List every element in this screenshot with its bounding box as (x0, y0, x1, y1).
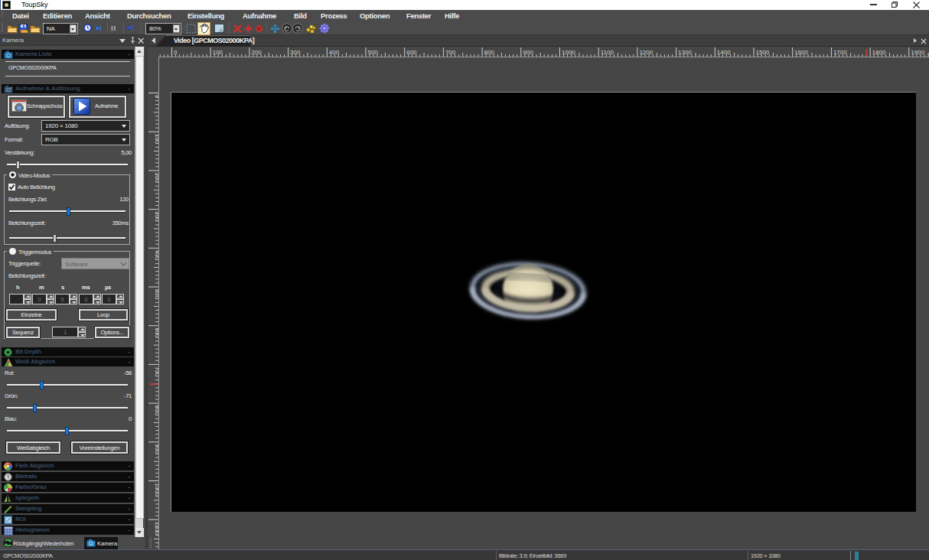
svg-text:200: 200 (251, 49, 262, 56)
svg-text:300: 300 (290, 49, 301, 56)
svg-text:700: 700 (445, 49, 456, 56)
svg-text:100: 100 (213, 49, 223, 56)
svg-text:400: 400 (329, 49, 340, 56)
svg-text:800: 800 (484, 49, 495, 56)
svg-text:500: 500 (368, 49, 379, 56)
svg-text:600: 600 (406, 49, 417, 56)
svg-text:900: 900 (523, 49, 533, 56)
